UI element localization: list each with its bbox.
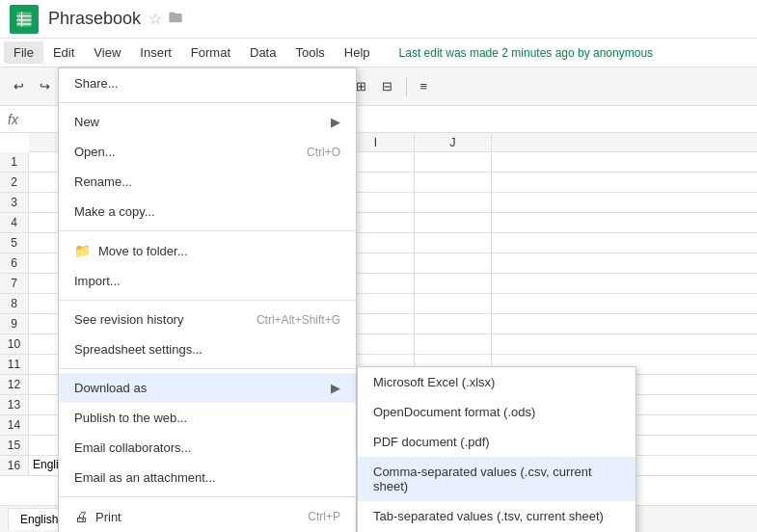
- row-number: 12: [0, 375, 29, 394]
- menu-download-as[interactable]: Download as ▶: [59, 373, 356, 403]
- menu-data[interactable]: Data: [240, 41, 285, 64]
- menu-insert[interactable]: Insert: [130, 41, 181, 64]
- download-tsv[interactable]: Tab-separated values (.tsv, current shee…: [358, 501, 635, 531]
- menu-view[interactable]: View: [84, 41, 130, 64]
- email-collab-label: Email collaborators...: [74, 440, 191, 455]
- cell[interactable]: [415, 334, 492, 354]
- menu-bar: File Edit View Insert Format Data Tools …: [0, 39, 757, 67]
- menu-move-folder[interactable]: 📁 Move to folder...: [59, 235, 356, 266]
- toolbar-separator-5: [406, 77, 407, 96]
- import-label: Import...: [74, 274, 121, 288]
- move-folder-label: Move to folder...: [98, 244, 188, 258]
- menu-divider-2: [59, 230, 356, 231]
- row-number: 5: [0, 233, 29, 253]
- print-label: Print: [95, 510, 122, 524]
- settings-label: Spreadsheet settings...: [74, 342, 203, 357]
- download-ods[interactable]: OpenDocument format (.ods): [358, 397, 635, 427]
- row-number: 9: [0, 314, 29, 333]
- menu-file[interactable]: File: [4, 41, 43, 64]
- open-shortcut: Ctrl+O: [307, 146, 340, 159]
- row-number: 16: [0, 456, 29, 475]
- open-label: Open...: [74, 145, 116, 159]
- menu-format[interactable]: Format: [181, 41, 240, 64]
- menu-help[interactable]: Help: [335, 41, 380, 64]
- menu-divider-5: [59, 496, 356, 497]
- row-number: 13: [0, 395, 29, 414]
- row-number: 14: [0, 415, 29, 435]
- make-copy-label: Make a copy...: [74, 204, 155, 219]
- cell[interactable]: [415, 233, 492, 253]
- row-number: 1: [0, 152, 29, 172]
- menu-rename[interactable]: Rename...: [59, 167, 356, 197]
- fx-label: fx: [8, 112, 18, 127]
- menu-divider-1: [59, 102, 356, 103]
- cell[interactable]: [415, 193, 492, 212]
- cell[interactable]: [415, 274, 492, 293]
- star-icon[interactable]: ☆: [149, 10, 162, 28]
- row-number: 2: [0, 173, 29, 192]
- download-arrow: ▶: [331, 381, 340, 395]
- merge-cells-button[interactable]: ⊟: [376, 75, 398, 97]
- menu-print[interactable]: 🖨 Print Ctrl+P: [59, 501, 356, 532]
- share-label: Share...: [74, 76, 119, 91]
- cell[interactable]: [415, 314, 492, 333]
- menu-tools[interactable]: Tools: [285, 41, 334, 64]
- app-icon: [10, 5, 39, 34]
- row-number: 8: [0, 294, 29, 313]
- download-submenu: Microsoft Excel (.xlsx) OpenDocument for…: [357, 366, 636, 532]
- row-number: 6: [0, 253, 29, 273]
- download-xlsx[interactable]: Microsoft Excel (.xlsx): [358, 367, 635, 397]
- row-number: 3: [0, 193, 29, 212]
- menu-divider-4: [59, 368, 356, 369]
- download-pdf[interactable]: PDF document (.pdf): [358, 427, 635, 457]
- row-number: 10: [0, 334, 29, 354]
- row-number: 11: [0, 355, 29, 374]
- menu-email-collaborators[interactable]: Email collaborators...: [59, 433, 356, 463]
- title-bar: Phrasebook ☆: [0, 0, 757, 39]
- menu-spreadsheet-settings[interactable]: Spreadsheet settings...: [59, 334, 356, 364]
- menu-edit[interactable]: Edit: [43, 41, 84, 64]
- redo-button[interactable]: ↪: [34, 75, 56, 97]
- menu-share[interactable]: Share...: [59, 68, 356, 98]
- download-csv[interactable]: Comma-separated values (.csv, current sh…: [358, 457, 635, 501]
- align-button[interactable]: ≡: [415, 75, 434, 97]
- menu-publish-web[interactable]: Publish to the web...: [59, 403, 356, 433]
- cell[interactable]: [415, 213, 492, 232]
- cell[interactable]: [415, 294, 492, 313]
- menu-new[interactable]: New ▶: [59, 107, 356, 137]
- publish-label: Publish to the web...: [74, 411, 187, 425]
- folder-icon: [168, 10, 183, 29]
- print-shortcut: Ctrl+P: [308, 510, 340, 523]
- print-menu-icon: 🖨: [74, 509, 88, 524]
- menu-open[interactable]: Open... Ctrl+O: [59, 137, 356, 167]
- row-number: 15: [0, 436, 29, 455]
- new-label: New: [74, 115, 99, 129]
- cell[interactable]: [415, 173, 492, 192]
- last-edit-status: Last edit was made 2 minutes ago by anon…: [399, 46, 653, 60]
- row-number: 4: [0, 213, 29, 232]
- menu-divider-3: [59, 300, 356, 301]
- menu-revision-history[interactable]: See revision history Ctrl+Alt+Shift+G: [59, 305, 356, 334]
- cell[interactable]: [415, 152, 492, 172]
- menu-import[interactable]: Import...: [59, 266, 356, 296]
- file-menu: Share... New ▶ Open... Ctrl+O Rename... …: [58, 67, 357, 532]
- new-arrow: ▶: [331, 115, 340, 129]
- email-attach-label: Email as an attachment...: [74, 470, 216, 485]
- menu-make-copy[interactable]: Make a copy...: [59, 197, 356, 226]
- rename-label: Rename...: [74, 174, 132, 189]
- col-header-j: J: [415, 133, 492, 151]
- undo-button[interactable]: ↩: [8, 75, 30, 97]
- document-title: Phrasebook: [48, 9, 141, 29]
- row-number: 7: [0, 274, 29, 293]
- menu-email-attachment[interactable]: Email as an attachment...: [59, 463, 356, 492]
- download-label: Download as: [74, 381, 147, 395]
- revision-shortcut: Ctrl+Alt+Shift+G: [257, 313, 340, 327]
- cell[interactable]: [415, 253, 492, 273]
- revision-label: See revision history: [74, 312, 183, 327]
- folder-menu-icon: 📁: [74, 243, 91, 258]
